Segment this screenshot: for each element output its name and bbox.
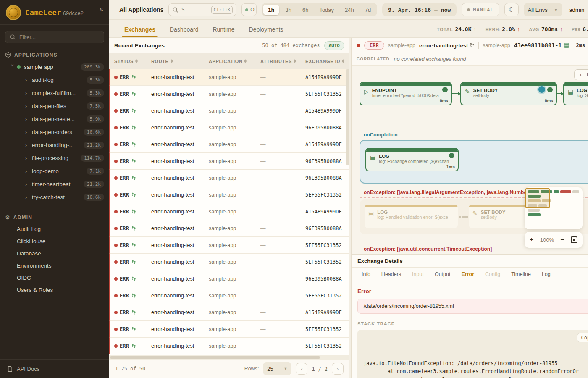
sidebar-item-route[interactable]: › data-gen-neste... 5.9k	[0, 113, 109, 126]
details-tab-log[interactable]: Log	[542, 268, 551, 281]
search-input[interactable]: S... Ctrl+K	[168, 3, 236, 16]
prev-page-button[interactable]: ‹	[296, 363, 307, 375]
details-tab-timeline[interactable]: Timeline	[511, 268, 531, 281]
sidebar-item-admin[interactable]: Audit Log	[0, 223, 109, 235]
time-range-24h[interactable]: 24h	[340, 5, 359, 15]
node-log[interactable]: ▤ LOG log: Sta	[563, 82, 588, 105]
sidebar-item-admin[interactable]: Environments	[0, 260, 109, 272]
sort-icon[interactable]	[171, 59, 173, 63]
zoom-out-button[interactable]: −	[560, 236, 564, 244]
sidebar-item-admin[interactable]: ClickHouse	[0, 235, 109, 247]
copy-button[interactable]: Copy	[577, 333, 588, 342]
table-row[interactable]: ERR error-handling-test sample-app — 5EF…	[109, 254, 349, 270]
column-header[interactable]: EXCHANGE ID	[305, 59, 349, 64]
sidebar-collapse-icon[interactable]: «	[100, 5, 103, 13]
minimap[interactable]	[525, 187, 583, 229]
table-row[interactable]: ERR error-handling-test sample-app — A15…	[109, 203, 349, 220]
table-row[interactable]: ERR error-handling-test sample-app — 96E…	[109, 153, 349, 170]
sort-icon[interactable]	[342, 59, 344, 63]
sort-icon[interactable]	[244, 59, 247, 63]
fit-view-button[interactable]	[571, 236, 578, 243]
column-header[interactable]: ROUTE	[151, 59, 209, 64]
zoom-in-button[interactable]: +	[530, 236, 533, 244]
sidebar-item-route[interactable]: › audit-log 5.3k	[0, 74, 109, 87]
sidebar-item-api-docs[interactable]: API Docs	[0, 360, 109, 378]
tab-exchanges[interactable]: Exchanges	[124, 26, 155, 37]
node-exception-log[interactable]: ▤ LOG log: Handled validation error: ${e…	[365, 205, 458, 228]
next-page-button[interactable]: ›	[332, 363, 344, 375]
sidebar-item-admin[interactable]: OIDC	[0, 272, 109, 284]
table-row[interactable]: ERR error-handling-test sample-app — 5EF…	[109, 338, 349, 354]
chevron-right-icon[interactable]: ›	[25, 116, 32, 122]
time-range-7d[interactable]: 7d	[360, 5, 376, 15]
sidebar-item-route[interactable]: › data-gen-orders 10.6k	[0, 126, 109, 139]
tab-runtime[interactable]: Runtime	[213, 26, 234, 37]
dark-mode-toggle[interactable]: ☾	[504, 3, 519, 16]
manual-refresh-button[interactable]: MANUAL	[462, 3, 499, 16]
node-completion-log[interactable]: ▤ LOG log: Exchange completed [${exchan …	[365, 148, 459, 171]
sidebar-item-route[interactable]: › data-gen-files 7.5k	[0, 100, 109, 113]
chevron-right-icon[interactable]: ›	[25, 129, 32, 135]
chevron-right-icon[interactable]: ›	[25, 77, 32, 83]
date-range-pill[interactable]: 9. Apr. 16:16 – now	[382, 3, 457, 16]
column-header[interactable]: STATUS	[114, 59, 151, 64]
column-header[interactable]: ATTRIBUTES	[260, 59, 305, 64]
node-breakpoint-dot[interactable]	[538, 86, 545, 93]
details-tab-headers[interactable]: Headers	[381, 268, 401, 281]
chevron-right-icon[interactable]: ›	[25, 194, 32, 200]
time-range-3h[interactable]: 3h	[280, 5, 296, 15]
sidebar-item-route[interactable]: › file-processing 114.7k	[0, 152, 109, 165]
tab-deployments[interactable]: Deployments	[249, 26, 284, 37]
table-row[interactable]: ERR error-handling-test sample-app — 96E…	[109, 170, 349, 186]
scrollbar-thumb[interactable]	[110, 356, 320, 359]
table-row[interactable]: ERR error-handling-test sample-app — A15…	[109, 102, 349, 119]
table-row[interactable]: ERR error-handling-test sample-app — 5EF…	[109, 86, 349, 102]
sidebar-item-route[interactable]: › complex-fulfillm... 5.3k	[0, 87, 109, 100]
sidebar-item-route[interactable]: › error-handling-... 21.2k	[0, 139, 109, 152]
table-vertical-scrollbar[interactable]	[346, 69, 349, 165]
sidebar-item-route[interactable]: › timer-heartbeat 21.2k	[0, 178, 109, 191]
details-tab-config[interactable]: Config	[485, 268, 500, 281]
table-horizontal-scrollbar[interactable]	[109, 355, 349, 360]
rows-per-page-select[interactable]: 25 ▼	[263, 362, 291, 375]
chevron-right-icon[interactable]: ›	[25, 142, 32, 148]
table-row[interactable]: ERR error-handling-test sample-app — 96E…	[109, 119, 349, 136]
table-row[interactable]: ERR error-handling-test sample-app — A15…	[109, 136, 349, 153]
sort-icon[interactable]	[135, 59, 138, 63]
sidebar-item-admin[interactable]: Users & Roles	[0, 284, 109, 296]
sort-icon[interactable]	[294, 59, 296, 63]
route-canvas[interactable]: ↓ JSON ▷ ENDPOINT timer:errorTest?period…	[352, 66, 588, 254]
filter-input[interactable]: Filter...	[5, 31, 104, 43]
details-tab-info[interactable]: Info	[362, 268, 370, 281]
table-row[interactable]: ERR error-handling-test sample-app — 5EF…	[109, 287, 349, 304]
time-range-today[interactable]: Today	[314, 5, 339, 15]
table-row[interactable]: ERR error-handling-test sample-app — A15…	[109, 69, 349, 86]
exchange-route[interactable]: error-handling-test	[419, 42, 475, 49]
table-row[interactable]: ERR error-handling-test sample-app — A15…	[109, 304, 349, 321]
chevron-down-icon[interactable]: ›	[10, 64, 16, 71]
sidebar-item-admin[interactable]: Database	[0, 247, 109, 260]
sidebar-item-sample-app[interactable]: › sample app 209.3k	[0, 60, 109, 74]
node-set-body[interactable]: ✎ SET BODY setBody 0ms	[460, 82, 557, 105]
sidebar-item-route[interactable]: › loop-demo 7.1k	[0, 165, 109, 178]
online-status-pill[interactable]: O	[242, 3, 257, 16]
table-row[interactable]: ERR error-handling-test sample-app — 96E…	[109, 270, 349, 287]
chevron-right-icon[interactable]: ›	[25, 181, 32, 187]
chevron-right-icon[interactable]: ›	[25, 90, 32, 96]
minimap-viewport[interactable]	[525, 188, 550, 208]
time-range-1h[interactable]: 1h	[263, 5, 279, 15]
table-row[interactable]: ERR error-handling-test sample-app — 5EF…	[109, 237, 349, 254]
download-json-button[interactable]: ↓ JSON	[574, 69, 588, 80]
time-range-6h[interactable]: 6h	[297, 5, 313, 15]
table-row[interactable]: ERR error-handling-test sample-app — 5EF…	[109, 186, 349, 203]
chevron-right-icon[interactable]: ›	[25, 168, 32, 174]
environment-select[interactable]: All Envs ▼	[524, 3, 562, 16]
auto-refresh-badge[interactable]: AUTO	[324, 41, 345, 50]
table-row[interactable]: ERR error-handling-test sample-app — 5EF…	[109, 321, 349, 338]
tab-dashboard[interactable]: Dashboard	[170, 26, 199, 37]
exchange-id[interactable]: 43ee9811b801-1	[514, 42, 570, 49]
column-header[interactable]: APPLICATION	[209, 59, 260, 64]
table-row[interactable]: ERR error-handling-test sample-app — 96E…	[109, 220, 349, 237]
chevron-right-icon[interactable]: ›	[25, 103, 32, 109]
stack-trace-block[interactable]: Copy java.io.FileNotFoundException: /dat…	[357, 330, 588, 378]
